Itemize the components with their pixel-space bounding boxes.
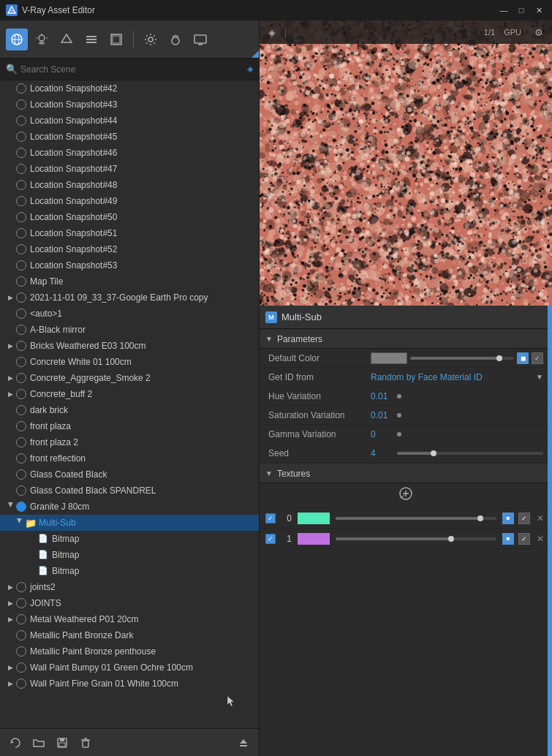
list-item-bitmap-1[interactable]: 📄 Bitmap [0,531,259,547]
item-label: Bitmap [52,550,79,560]
list-item[interactable]: Location Snapshot#48 [0,177,259,193]
texture-color-0[interactable] [298,513,330,524]
list-item[interactable]: ▶ Bricks Weathered E03 100cm [0,338,259,354]
texture-enable-1[interactable]: ✓ [518,533,530,545]
seed-thumb[interactable] [431,450,436,456]
slider-thumb[interactable] [496,355,502,361]
color-picker-button[interactable]: ◼ [517,352,529,364]
list-item-bitmap-2[interactable]: 📄 Bitmap [0,547,259,563]
gamma-value[interactable]: 0 [371,429,394,439]
list-item-glass-coated-black[interactable]: Glass Coated Black [0,466,259,483]
get-id-dropdown[interactable]: Random by Face Material ID ▼ [371,372,543,382]
texture-delete-1[interactable]: ✕ [534,533,546,545]
item-label: Bricks Weathered E03 100cm [30,341,146,351]
item-label: <auto>1 [30,309,62,319]
texture-slider-0[interactable] [336,517,496,520]
texture-slider-1[interactable] [336,537,496,540]
list-item[interactable]: Glass Coated Black SPANDREL [0,483,259,499]
geometry-icon[interactable] [56,29,77,50]
texture-action-1[interactable]: ■ [502,533,514,545]
light-icon[interactable] [31,29,53,50]
list-item[interactable]: ▶ joints2 [0,579,259,595]
add-texture-button[interactable] [397,485,415,506]
list-item[interactable]: ▶ Metal Weathered P01 20cm [0,611,259,627]
item-label: Location Snapshot#45 [30,132,117,142]
list-item[interactable]: ▶ Concrete_Aggregate_Smoke 2 [0,370,259,386]
screen-icon[interactable] [189,29,211,50]
list-item[interactable]: Metallic Paint Bronze penthouse [0,643,259,659]
minimize-button[interactable]: — [496,4,511,17]
list-item[interactable]: Location Snapshot#53 [0,257,259,273]
item-circle [16,164,26,174]
item-circle [16,116,26,126]
list-item[interactable]: Location Snapshot#52 [0,241,259,257]
texture-icon[interactable] [165,29,186,50]
list-item[interactable]: Location Snapshot#50 [0,209,259,225]
list-item[interactable]: ▶ 2021-11-01 09_33_37-Google Earth Pro c… [0,290,259,306]
parameters-section-header[interactable]: ▼ Parameters [260,330,552,349]
list-item[interactable]: ▶ Wall Paint Bumpy 01 Green Ochre 100cm [0,659,259,676]
list-item[interactable]: Location Snapshot#46 [0,145,259,161]
texture-checkbox-1[interactable]: ✓ [265,534,276,544]
filter-icon[interactable]: ◈ [247,64,253,74]
texture-checkbox-0[interactable]: ✓ [265,513,276,523]
render-view-icon[interactable] [105,29,127,50]
textures-section-header[interactable]: ▼ Textures [260,464,552,483]
refresh-button[interactable] [6,733,25,752]
folder-open-button[interactable] [29,733,48,752]
render-icon[interactable]: ◈ [265,26,279,39]
list-item[interactable]: ▶ Wall Paint Fine Grain 01 White 100cm [0,676,259,692]
color-swatch-default[interactable] [371,352,407,364]
list-item[interactable]: Map Tile [0,273,259,290]
close-button[interactable]: ✕ [532,4,546,17]
settings-preview-icon[interactable]: ⚙ [532,26,546,39]
texture-delete-0[interactable]: ✕ [534,513,546,524]
materials-icon[interactable] [6,29,28,50]
layers-icon[interactable] [80,29,102,50]
item-circle [16,148,26,158]
import-button[interactable] [234,733,253,752]
list-item[interactable]: Location Snapshot#49 [0,193,259,209]
svg-rect-26 [59,743,65,746]
expand-arrow [6,277,15,286]
list-item-granite-j[interactable]: ▶ Granite J 80cm [0,499,259,515]
list-item[interactable]: Location Snapshot#45 [0,129,259,145]
texture-action-0[interactable]: ■ [502,513,514,524]
texture-row-1: ✓ 1 ■ ✓ ✕ [260,529,552,549]
list-item-front-reflection[interactable]: front reflection [0,450,259,466]
slider-thumb[interactable] [477,515,483,521]
list-item[interactable]: ▶ Concrete_buff 2 [0,386,259,402]
seed-value[interactable]: 4 [371,448,394,458]
slider-track[interactable] [410,357,514,360]
list-item-bitmap-3[interactable]: 📄 Bitmap [0,563,259,579]
list-item[interactable]: front plaza 2 [0,434,259,450]
list-item-multi-sub[interactable]: ▶ 📁 Multi-Sub [0,515,259,531]
list-item-front-plaza[interactable]: front plaza [0,418,259,434]
texture-enable-0[interactable]: ✓ [518,513,530,524]
list-item[interactable]: ▶ JOINTS [0,595,259,611]
settings-icon[interactable] [140,29,162,50]
list-item[interactable]: <auto>1 [0,306,259,322]
list-item[interactable]: dark brick [0,402,259,418]
save-button[interactable] [53,733,72,752]
list-item[interactable]: Location Snapshot#43 [0,97,259,113]
list-item[interactable]: Location Snapshot#44 [0,113,259,129]
checkbox-button[interactable]: ✓ [532,352,543,364]
list-item[interactable]: Location Snapshot#51 [0,225,259,241]
saturation-value[interactable]: 0.01 [371,410,394,420]
texture-color-1[interactable] [298,533,330,545]
slider-thumb[interactable] [448,536,454,542]
list-item[interactable]: A-Black mirror [0,322,259,338]
search-input[interactable] [20,64,247,75]
delete-button[interactable] [76,733,95,752]
list-item[interactable]: Location Snapshot#47 [0,161,259,177]
hue-value[interactable]: 0.01 [371,391,394,401]
list-item[interactable]: Location Snapshot#42 [0,80,259,97]
seed-slider[interactable] [397,452,543,455]
item-label: Location Snapshot#44 [30,116,117,126]
item-circle [16,437,26,447]
expand-arrow: ▶ [6,374,15,382]
list-item[interactable]: Metallic Paint Bronze Dark [0,627,259,643]
maximize-button[interactable]: □ [514,4,529,17]
list-item[interactable]: Concrete White 01 100cm [0,354,259,370]
